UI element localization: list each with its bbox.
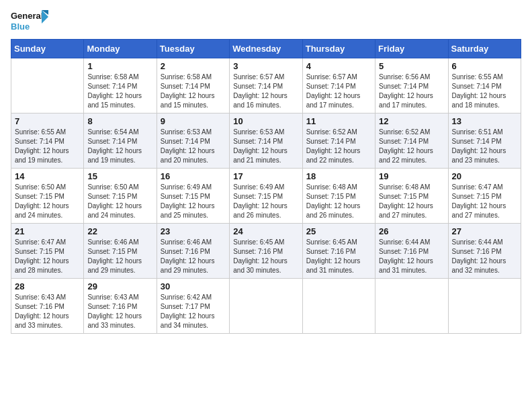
day-header-tuesday: Tuesday [157,40,229,58]
day-info: Sunrise: 6:52 AM Sunset: 7:14 PM Dayligh… [306,128,371,165]
calendar-day-cell: 9Sunrise: 6:53 AM Sunset: 7:14 PM Daylig… [157,113,229,169]
calendar-day-cell: 3Sunrise: 6:57 AM Sunset: 7:14 PM Daylig… [230,58,302,113]
day-info: Sunrise: 6:58 AM Sunset: 7:14 PM Dayligh… [161,73,226,110]
calendar-header-row: SundayMondayTuesdayWednesdayThursdayFrid… [11,40,521,58]
day-number: 5 [379,61,444,71]
day-number: 18 [306,171,371,181]
page: General Blue SundayMondayTuesdayWednesda… [0,0,532,411]
calendar-day-cell: 29Sunrise: 6:43 AM Sunset: 7:16 PM Dayli… [84,279,157,334]
day-header-wednesday: Wednesday [230,40,302,58]
calendar-day-cell: 13Sunrise: 6:51 AM Sunset: 7:14 PM Dayli… [448,113,521,169]
day-number: 26 [379,226,444,236]
day-header-saturday: Saturday [448,40,521,58]
calendar-day-cell: 7Sunrise: 6:55 AM Sunset: 7:14 PM Daylig… [11,113,84,169]
day-info: Sunrise: 6:57 AM Sunset: 7:14 PM Dayligh… [306,73,371,110]
day-info: Sunrise: 6:44 AM Sunset: 7:16 PM Dayligh… [379,238,444,275]
day-info: Sunrise: 6:56 AM Sunset: 7:14 PM Dayligh… [379,73,444,110]
day-info: Sunrise: 6:58 AM Sunset: 7:14 PM Dayligh… [87,73,152,110]
day-info: Sunrise: 6:48 AM Sunset: 7:15 PM Dayligh… [379,183,444,220]
day-header-sunday: Sunday [11,40,84,58]
day-info: Sunrise: 6:49 AM Sunset: 7:15 PM Dayligh… [161,183,226,220]
day-number: 13 [452,116,517,126]
calendar-day-cell [448,279,521,334]
day-info: Sunrise: 6:43 AM Sunset: 7:16 PM Dayligh… [87,293,152,330]
calendar-day-cell: 28Sunrise: 6:43 AM Sunset: 7:16 PM Dayli… [11,279,84,334]
day-number: 11 [306,116,371,126]
day-info: Sunrise: 6:53 AM Sunset: 7:14 PM Dayligh… [233,128,298,165]
calendar-day-cell: 8Sunrise: 6:54 AM Sunset: 7:14 PM Daylig… [84,113,157,169]
calendar-day-cell: 11Sunrise: 6:52 AM Sunset: 7:14 PM Dayli… [302,113,375,169]
calendar-day-cell: 6Sunrise: 6:55 AM Sunset: 7:14 PM Daylig… [448,58,521,113]
day-info: Sunrise: 6:47 AM Sunset: 7:15 PM Dayligh… [452,183,517,220]
calendar-day-cell: 23Sunrise: 6:46 AM Sunset: 7:16 PM Dayli… [157,224,229,279]
day-number: 30 [161,281,226,291]
day-header-thursday: Thursday [302,40,375,58]
day-number: 27 [452,226,517,236]
day-number: 3 [233,61,298,71]
day-info: Sunrise: 6:53 AM Sunset: 7:14 PM Dayligh… [161,128,226,165]
day-info: Sunrise: 6:57 AM Sunset: 7:14 PM Dayligh… [233,73,298,110]
day-info: Sunrise: 6:55 AM Sunset: 7:14 PM Dayligh… [15,128,80,165]
day-number: 23 [161,226,226,236]
day-info: Sunrise: 6:46 AM Sunset: 7:16 PM Dayligh… [161,238,226,275]
generalblue-logo-icon: General Blue [11,7,51,34]
day-number: 29 [87,281,152,291]
day-info: Sunrise: 6:51 AM Sunset: 7:14 PM Dayligh… [452,128,517,165]
svg-text:Blue: Blue [11,21,30,32]
day-info: Sunrise: 6:46 AM Sunset: 7:15 PM Dayligh… [87,238,152,275]
calendar-day-cell: 21Sunrise: 6:47 AM Sunset: 7:15 PM Dayli… [11,224,84,279]
day-number: 22 [87,226,152,236]
calendar-day-cell: 10Sunrise: 6:53 AM Sunset: 7:14 PM Dayli… [230,113,302,169]
day-number: 21 [15,226,80,236]
day-number: 16 [161,171,226,181]
calendar-day-cell: 30Sunrise: 6:42 AM Sunset: 7:17 PM Dayli… [157,279,229,334]
calendar-day-cell: 19Sunrise: 6:48 AM Sunset: 7:15 PM Dayli… [375,169,448,224]
calendar-week-row: 14Sunrise: 6:50 AM Sunset: 7:15 PM Dayli… [11,169,521,224]
day-number: 7 [15,116,80,126]
day-info: Sunrise: 6:42 AM Sunset: 7:17 PM Dayligh… [161,293,226,330]
day-number: 14 [15,171,80,181]
day-number: 15 [87,171,152,181]
calendar-day-cell: 14Sunrise: 6:50 AM Sunset: 7:15 PM Dayli… [11,169,84,224]
calendar-day-cell [375,279,448,334]
day-number: 24 [233,226,298,236]
day-number: 28 [15,281,80,291]
day-info: Sunrise: 6:49 AM Sunset: 7:15 PM Dayligh… [233,183,298,220]
calendar-table: SundayMondayTuesdayWednesdayThursdayFrid… [11,39,521,334]
day-info: Sunrise: 6:45 AM Sunset: 7:16 PM Dayligh… [306,238,371,275]
day-info: Sunrise: 6:48 AM Sunset: 7:15 PM Dayligh… [306,183,371,220]
calendar-day-cell: 26Sunrise: 6:44 AM Sunset: 7:16 PM Dayli… [375,224,448,279]
day-header-monday: Monday [84,40,157,58]
calendar-day-cell: 20Sunrise: 6:47 AM Sunset: 7:15 PM Dayli… [448,169,521,224]
day-number: 9 [161,116,226,126]
calendar-week-row: 1Sunrise: 6:58 AM Sunset: 7:14 PM Daylig… [11,58,521,113]
day-header-friday: Friday [375,40,448,58]
day-number: 20 [452,171,517,181]
day-number: 12 [379,116,444,126]
day-info: Sunrise: 6:52 AM Sunset: 7:14 PM Dayligh… [379,128,444,165]
calendar-day-cell: 5Sunrise: 6:56 AM Sunset: 7:14 PM Daylig… [375,58,448,113]
calendar-day-cell: 17Sunrise: 6:49 AM Sunset: 7:15 PM Dayli… [230,169,302,224]
day-number: 19 [379,171,444,181]
day-info: Sunrise: 6:50 AM Sunset: 7:15 PM Dayligh… [87,183,152,220]
header: General Blue [11,7,521,34]
day-number: 10 [233,116,298,126]
calendar-day-cell: 15Sunrise: 6:50 AM Sunset: 7:15 PM Dayli… [84,169,157,224]
day-number: 4 [306,61,371,71]
calendar-week-row: 28Sunrise: 6:43 AM Sunset: 7:16 PM Dayli… [11,279,521,334]
day-number: 17 [233,171,298,181]
calendar-day-cell: 27Sunrise: 6:44 AM Sunset: 7:16 PM Dayli… [448,224,521,279]
calendar-day-cell [11,58,84,113]
day-number: 2 [161,61,226,71]
day-info: Sunrise: 6:54 AM Sunset: 7:14 PM Dayligh… [87,128,152,165]
calendar-day-cell: 24Sunrise: 6:45 AM Sunset: 7:16 PM Dayli… [230,224,302,279]
calendar-day-cell [302,279,375,334]
calendar-week-row: 21Sunrise: 6:47 AM Sunset: 7:15 PM Dayli… [11,224,521,279]
day-info: Sunrise: 6:44 AM Sunset: 7:16 PM Dayligh… [452,238,517,275]
day-info: Sunrise: 6:55 AM Sunset: 7:14 PM Dayligh… [452,73,517,110]
day-number: 1 [87,61,152,71]
day-info: Sunrise: 6:45 AM Sunset: 7:16 PM Dayligh… [233,238,298,275]
calendar-day-cell: 12Sunrise: 6:52 AM Sunset: 7:14 PM Dayli… [375,113,448,169]
calendar-day-cell: 2Sunrise: 6:58 AM Sunset: 7:14 PM Daylig… [157,58,229,113]
calendar-day-cell: 22Sunrise: 6:46 AM Sunset: 7:15 PM Dayli… [84,224,157,279]
